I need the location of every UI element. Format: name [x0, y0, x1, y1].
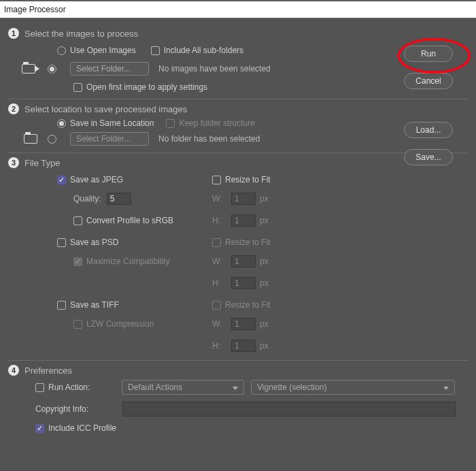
convert-srgb-checkbox[interactable] — [73, 216, 82, 225]
save-as-tiff-label: Save as TIFF — [70, 300, 119, 310]
save-as-jpeg-checkbox[interactable] — [57, 176, 66, 184]
step-badge-2: 2 — [8, 103, 19, 114]
jpeg-w-px: px — [260, 194, 269, 204]
jpeg-w-input — [231, 193, 256, 205]
copyright-info-label: Copyright Info: — [35, 404, 122, 414]
run-action-checkbox[interactable] — [35, 383, 44, 392]
save-as-psd-label: Save as PSD — [70, 238, 118, 247]
jpeg-quality-label: Quality: — [73, 194, 101, 204]
psd-resize-checkbox — [212, 238, 221, 247]
section1-title: Select the images to process — [24, 29, 138, 39]
cancel-button[interactable]: Cancel — [404, 73, 453, 89]
action-name-select[interactable]: Vignette (selection) — [251, 380, 455, 395]
select-dest-folder-button[interactable]: Select Folder... — [70, 132, 149, 146]
action-set-value: Default Actions — [128, 383, 182, 392]
step-badge-1: 1 — [8, 28, 19, 39]
folder-save-icon — [20, 134, 41, 144]
save-same-location-radio[interactable] — [57, 119, 66, 128]
include-subfolders-label: Include All sub-folders — [164, 46, 243, 55]
window-title: Image Processor — [0, 0, 476, 18]
dialog-body: Run Cancel Load... Save... 1 Select the … — [0, 18, 476, 440]
run-action-label: Run Action: — [48, 383, 122, 392]
section3-title: File Type — [24, 158, 61, 168]
save-button[interactable]: Save... — [404, 149, 453, 165]
select-source-folder-button[interactable]: Select Folder... — [70, 62, 149, 76]
include-subfolders-checkbox[interactable] — [151, 46, 160, 55]
psd-h-label: H: — [212, 278, 231, 288]
action-set-select[interactable]: Default Actions — [122, 380, 244, 395]
chevron-down-icon — [443, 383, 449, 392]
step-badge-4: 4 — [8, 365, 19, 376]
section-preferences: 4 Preferences Run Action: Default Action… — [8, 361, 468, 440]
folder-open-icon — [20, 64, 41, 74]
tiff-h-px: px — [260, 341, 269, 351]
chevron-down-icon — [233, 383, 238, 392]
psd-w-input — [231, 255, 256, 267]
open-first-image-checkbox[interactable] — [73, 83, 82, 92]
action-name-value: Vignette (selection) — [257, 383, 327, 392]
open-first-image-label: Open first image to apply settings — [86, 82, 207, 92]
psd-w-label: W: — [212, 257, 231, 266]
psd-h-px: px — [260, 278, 269, 288]
section-select-images: 1 Select the images to process Use Open … — [8, 24, 468, 99]
convert-srgb-label: Convert Profile to sRGB — [86, 216, 173, 225]
maximize-compat-label: Maximize Compatibility — [86, 257, 170, 266]
dest-folder-status: No folder has been selected — [158, 134, 260, 144]
lzw-compression-checkbox — [73, 320, 82, 329]
psd-h-input — [231, 277, 256, 289]
action-buttons-column: Run Cancel Load... Save... — [404, 46, 458, 165]
section-save-location: 2 Select location to save processed imag… — [8, 99, 468, 153]
tiff-h-input — [231, 340, 256, 352]
maximize-compat-checkbox — [73, 257, 82, 266]
section4-title: Preferences — [24, 366, 72, 376]
jpeg-w-label: W: — [212, 194, 231, 204]
include-icc-checkbox[interactable] — [35, 424, 44, 433]
tiff-resize-checkbox — [212, 301, 221, 310]
keep-folder-structure-checkbox — [166, 119, 175, 128]
section2-title: Select location to save processed images — [24, 104, 187, 114]
section-file-type: 3 File Type Save as JPEG Quality: Conver — [8, 153, 468, 361]
save-as-tiff-checkbox[interactable] — [57, 301, 66, 310]
load-button[interactable]: Load... — [404, 122, 453, 138]
psd-w-px: px — [260, 257, 269, 266]
jpeg-resize-checkbox[interactable] — [212, 176, 221, 184]
source-folder-status: No images have been selected — [158, 64, 271, 74]
tiff-w-px: px — [260, 319, 269, 329]
copyright-info-input[interactable] — [122, 402, 456, 417]
select-folder-radio[interactable] — [48, 65, 56, 74]
use-open-images-radio[interactable] — [57, 46, 66, 55]
jpeg-h-input — [231, 214, 256, 227]
tiff-resize-label: Resize to Fit — [225, 300, 271, 310]
tiff-w-input — [231, 318, 256, 330]
jpeg-h-px: px — [260, 216, 269, 225]
save-as-jpeg-label: Save as JPEG — [70, 175, 123, 184]
psd-resize-label: Resize to Fit — [225, 238, 271, 247]
save-same-location-label: Save in Same Location — [70, 118, 154, 128]
run-button[interactable]: Run — [404, 46, 453, 62]
include-icc-label: Include ICC Profile — [48, 423, 116, 433]
lzw-compression-label: LZW Compression — [86, 319, 154, 329]
save-as-psd-checkbox[interactable] — [57, 238, 66, 247]
jpeg-h-label: H: — [212, 216, 231, 225]
tiff-w-label: W: — [212, 319, 231, 329]
keep-folder-structure-label: Keep folder structure — [179, 118, 254, 128]
use-open-images-label: Use Open Images — [70, 46, 136, 55]
jpeg-quality-input[interactable] — [107, 193, 131, 205]
save-select-folder-radio[interactable] — [48, 135, 56, 144]
step-badge-3: 3 — [8, 157, 19, 168]
jpeg-resize-label: Resize to Fit — [225, 175, 271, 184]
tiff-h-label: H: — [212, 341, 231, 351]
